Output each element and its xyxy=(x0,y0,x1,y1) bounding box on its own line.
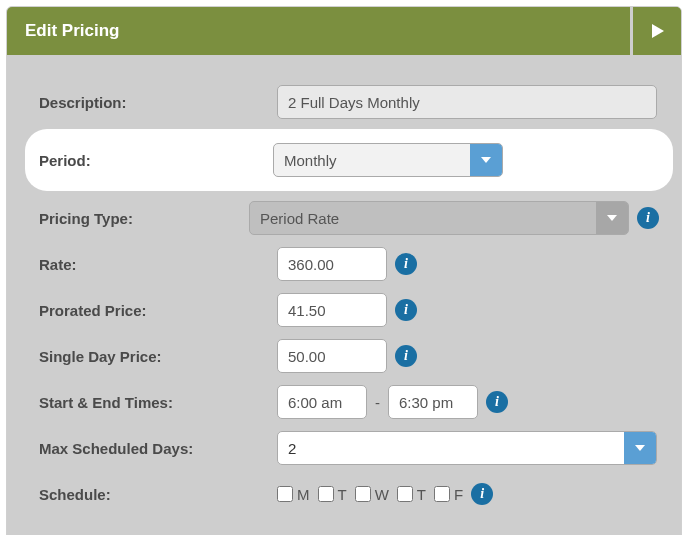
period-label: Period: xyxy=(25,152,273,169)
pricing-type-select-value: Period Rate xyxy=(260,210,596,227)
schedule-day-t2-letter: T xyxy=(417,486,426,503)
prorated-price-input[interactable] xyxy=(277,293,387,327)
max-scheduled-days-label: Max Scheduled Days: xyxy=(29,440,277,457)
panel-title: Edit Pricing xyxy=(7,7,630,55)
single-day-price-input[interactable] xyxy=(277,339,387,373)
schedule-label: Schedule: xyxy=(29,486,277,503)
schedule-day-t1[interactable]: T xyxy=(318,486,347,503)
single-day-price-label: Single Day Price: xyxy=(29,348,277,365)
schedule-day-f[interactable]: F xyxy=(434,486,463,503)
svg-marker-3 xyxy=(635,445,645,451)
chevron-down-icon xyxy=(624,432,656,464)
time-separator: - xyxy=(375,394,380,411)
start-end-times-label: Start & End Times: xyxy=(29,394,277,411)
schedule-day-w-checkbox[interactable] xyxy=(355,486,371,502)
max-scheduled-days-select-value: 2 xyxy=(288,440,624,457)
info-icon[interactable]: i xyxy=(486,391,508,413)
schedule-day-f-letter: F xyxy=(454,486,463,503)
schedule-day-t1-letter: T xyxy=(338,486,347,503)
prorated-price-label: Prorated Price: xyxy=(29,302,277,319)
play-button[interactable] xyxy=(630,7,681,55)
max-scheduled-days-select[interactable]: 2 xyxy=(277,431,657,465)
description-value: 2 Full Days Monthly xyxy=(277,85,657,119)
schedule-day-m[interactable]: M xyxy=(277,486,310,503)
chevron-down-icon xyxy=(596,202,628,234)
schedule-day-t2-checkbox[interactable] xyxy=(397,486,413,502)
info-icon[interactable]: i xyxy=(395,345,417,367)
schedule-day-f-checkbox[interactable] xyxy=(434,486,450,502)
period-select[interactable]: Monthly xyxy=(273,143,503,177)
start-time-input[interactable] xyxy=(277,385,367,419)
period-select-value: Monthly xyxy=(284,152,470,169)
pricing-type-label: Pricing Type: xyxy=(29,210,249,227)
schedule-day-t1-checkbox[interactable] xyxy=(318,486,334,502)
svg-marker-1 xyxy=(481,157,491,163)
info-icon[interactable]: i xyxy=(395,253,417,275)
schedule-day-m-letter: M xyxy=(297,486,310,503)
schedule-day-w[interactable]: W xyxy=(355,486,389,503)
end-time-input[interactable] xyxy=(388,385,478,419)
rate-label: Rate: xyxy=(29,256,277,273)
svg-marker-0 xyxy=(652,24,664,38)
schedule-day-m-checkbox[interactable] xyxy=(277,486,293,502)
info-icon[interactable]: i xyxy=(395,299,417,321)
info-icon[interactable]: i xyxy=(471,483,493,505)
schedule-day-w-letter: W xyxy=(375,486,389,503)
pricing-type-select[interactable]: Period Rate xyxy=(249,201,629,235)
info-icon[interactable]: i xyxy=(637,207,659,229)
schedule-day-t2[interactable]: T xyxy=(397,486,426,503)
rate-input[interactable] xyxy=(277,247,387,281)
description-label: Description: xyxy=(29,94,277,111)
chevron-down-icon xyxy=(470,144,502,176)
play-icon xyxy=(649,23,665,39)
svg-marker-2 xyxy=(607,215,617,221)
